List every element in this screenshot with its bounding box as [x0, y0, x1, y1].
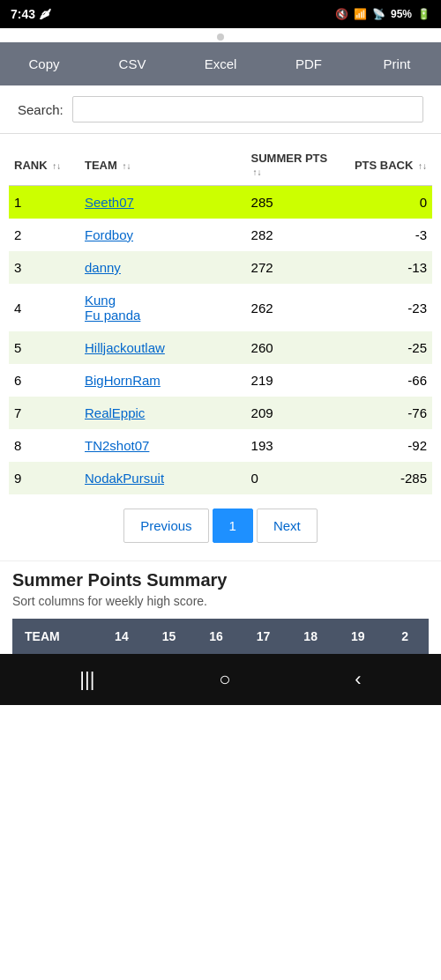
- wifi-icon: 📶: [354, 8, 367, 20]
- team-cell: Seeth07: [79, 186, 246, 219]
- status-emoji: 🌶: [39, 7, 51, 21]
- summary-section: Summer Points Summary Sort columns for w…: [0, 561, 441, 654]
- team-cell: KungFu panda: [79, 284, 246, 331]
- mute-icon: 🔇: [335, 8, 348, 20]
- hint-dot: [217, 33, 224, 41]
- summary-subtitle: Sort columns for weekly high score.: [12, 594, 429, 608]
- print-button[interactable]: Print: [353, 42, 441, 85]
- bottom-col-14: 14: [98, 619, 146, 654]
- pts-cell: 272: [246, 251, 342, 284]
- bottom-col-18: 18: [287, 619, 334, 654]
- bottom-nav: ||| ○ ‹: [0, 654, 441, 705]
- status-icons: 🔇 📶 📡 95% 🔋: [335, 8, 430, 20]
- back-icon[interactable]: ‹: [355, 668, 361, 691]
- previous-button[interactable]: Previous: [123, 509, 208, 543]
- page-1-button[interactable]: 1: [213, 509, 253, 543]
- team-link[interactable]: KungFu panda: [85, 293, 140, 323]
- team-link[interactable]: Fordboy: [85, 227, 133, 242]
- search-label: Search:: [18, 102, 64, 117]
- table-row: 1 Seeth07 285 0: [9, 186, 432, 219]
- rank-header[interactable]: RANK ↑↓: [9, 143, 79, 186]
- bottom-table-header: TEAM 14 15 16 17 18 19 2: [12, 619, 429, 654]
- pdf-button[interactable]: PDF: [265, 42, 353, 85]
- back-cell: -66: [341, 364, 432, 397]
- rank-cell: 5: [9, 331, 79, 364]
- rank-cell: 2: [9, 219, 79, 251]
- team-link[interactable]: danny: [85, 260, 121, 275]
- team-cell: TN2shot07: [79, 429, 246, 462]
- rank-cell: 6: [9, 364, 79, 397]
- bottom-col-2: 2: [381, 619, 429, 654]
- table-row: 3 danny 272 -13: [9, 251, 432, 284]
- pts-cell: 262: [246, 284, 342, 331]
- pts-cell: 260: [246, 331, 342, 364]
- menu-icon[interactable]: |||: [79, 668, 94, 691]
- home-icon[interactable]: ○: [219, 668, 230, 691]
- pts-cell: 219: [246, 364, 342, 397]
- team-link[interactable]: TN2shot07: [85, 438, 149, 453]
- team-link[interactable]: Seeth07: [85, 195, 134, 210]
- pts-sort-icon: ↑↓: [253, 167, 262, 177]
- back-sort-icon: ↑↓: [418, 161, 427, 171]
- toolbar: Copy CSV Excel PDF Print: [0, 42, 441, 85]
- signal-icon: 📡: [372, 8, 385, 20]
- team-header[interactable]: TEAM ↑↓: [79, 143, 246, 186]
- rank-cell: 4: [9, 284, 79, 331]
- team-link[interactable]: BigHornRam: [85, 373, 161, 388]
- standings-table-container: RANK ↑↓ TEAM ↑↓ SUMMER PTS ↑↓ PTS BACK ↑…: [0, 143, 441, 494]
- team-link[interactable]: NodakPursuit: [85, 471, 164, 486]
- back-cell: -3: [341, 219, 432, 251]
- csv-button[interactable]: CSV: [88, 42, 176, 85]
- rank-cell: 7: [9, 397, 79, 429]
- pts-cell: 193: [246, 429, 342, 462]
- bottom-col-19: 19: [334, 619, 382, 654]
- table-row: 7 RealEppic 209 -76: [9, 397, 432, 429]
- team-link[interactable]: Hilljackoutlaw: [85, 340, 165, 355]
- team-link[interactable]: RealEppic: [85, 405, 145, 420]
- back-cell: -13: [341, 251, 432, 284]
- search-input[interactable]: [72, 96, 423, 122]
- team-cell: NodakPursuit: [79, 462, 246, 494]
- rank-cell: 3: [9, 251, 79, 284]
- excel-button[interactable]: Excel: [176, 42, 265, 85]
- team-cell: Fordboy: [79, 219, 246, 251]
- rank-cell: 8: [9, 429, 79, 462]
- copy-button[interactable]: Copy: [0, 42, 88, 85]
- table-row: 5 Hilljackoutlaw 260 -25: [9, 331, 432, 364]
- rank-cell: 9: [9, 462, 79, 494]
- rank-cell: 1: [9, 186, 79, 219]
- back-cell: -25: [341, 331, 432, 364]
- pagination: Previous 1 Next: [0, 494, 441, 561]
- status-time: 7:43: [11, 7, 35, 21]
- battery-icon: 🔋: [417, 8, 430, 20]
- table-row: 2 Fordboy 282 -3: [9, 219, 432, 251]
- table-row: 6 BigHornRam 219 -66: [9, 364, 432, 397]
- pts-back-header[interactable]: PTS BACK ↑↓: [341, 143, 432, 186]
- top-hint: [0, 28, 441, 42]
- search-bar: Search:: [0, 85, 441, 134]
- team-sort-icon: ↑↓: [122, 161, 131, 171]
- bottom-col-15: 15: [146, 619, 193, 654]
- pts-cell: 285: [246, 186, 342, 219]
- back-cell: -285: [341, 462, 432, 494]
- summer-pts-header[interactable]: SUMMER PTS ↑↓: [246, 143, 342, 186]
- table-row: 9 NodakPursuit 0 -285: [9, 462, 432, 494]
- bottom-col-16: 16: [192, 619, 240, 654]
- battery-level: 95%: [391, 8, 412, 20]
- table-header-row: RANK ↑↓ TEAM ↑↓ SUMMER PTS ↑↓ PTS BACK ↑…: [9, 143, 432, 186]
- bottom-team-header: TEAM: [12, 619, 98, 654]
- back-cell: -92: [341, 429, 432, 462]
- pts-cell: 209: [246, 397, 342, 429]
- team-cell: Hilljackoutlaw: [79, 331, 246, 364]
- team-cell: BigHornRam: [79, 364, 246, 397]
- table-row: 4 KungFu panda 262 -23: [9, 284, 432, 331]
- table-row: 8 TN2shot07 193 -92: [9, 429, 432, 462]
- next-button[interactable]: Next: [257, 509, 318, 543]
- standings-table: RANK ↑↓ TEAM ↑↓ SUMMER PTS ↑↓ PTS BACK ↑…: [9, 143, 432, 494]
- bottom-col-17: 17: [240, 619, 288, 654]
- status-bar: 7:43 🌶 🔇 📶 📡 95% 🔋: [0, 0, 441, 28]
- pts-cell: 0: [246, 462, 342, 494]
- back-cell: 0: [341, 186, 432, 219]
- rank-sort-icon: ↑↓: [52, 161, 61, 171]
- back-cell: -76: [341, 397, 432, 429]
